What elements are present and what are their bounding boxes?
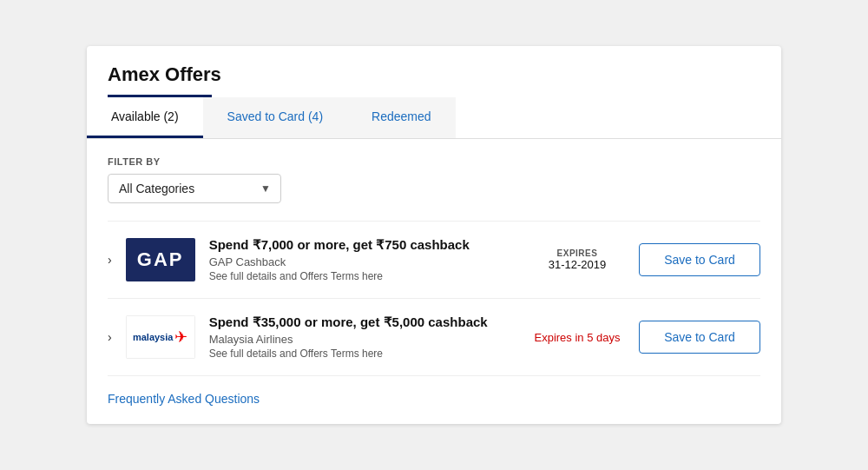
page-title: Amex Offers xyxy=(108,63,760,86)
header: Amex Offers xyxy=(87,46,781,97)
filter-label: FILTER BY xyxy=(108,156,760,167)
offer-title-gap: Spend ₹7,000 or more, get ₹750 cashback xyxy=(209,237,516,253)
tab-saved[interactable]: Saved to Card (4) xyxy=(203,97,348,138)
offer-row-gap: › GAP Spend ₹7,000 or more, get ₹750 cas… xyxy=(108,222,760,299)
offer-row-malaysia: › malaysia ✈ Spend ₹35,000 or more, get … xyxy=(108,299,760,376)
gap-logo: GAP xyxy=(126,238,195,281)
offer-title-malaysia: Spend ₹35,000 or more, get ₹5,000 cashba… xyxy=(209,314,516,330)
main-card: Amex Offers Available (2) Saved to Card … xyxy=(87,46,781,424)
tabs-bar: Available (2) Saved to Card (4) Redeemed xyxy=(87,97,781,139)
category-filter[interactable]: All Categories Travel Dining Shopping En… xyxy=(108,174,281,203)
offers-list: › GAP Spend ₹7,000 or more, get ₹750 cas… xyxy=(108,221,760,376)
save-to-card-button-malaysia[interactable]: Save to Card xyxy=(639,321,760,354)
offer-expiry-malaysia: Expires in 5 days xyxy=(529,331,625,344)
malaysia-wing-icon: ✈ xyxy=(174,328,187,347)
expand-icon-gap[interactable]: › xyxy=(108,253,112,267)
offer-terms-gap: See full details and Offers Terms here xyxy=(209,270,516,282)
malaysia-logo-inner: malaysia ✈ xyxy=(133,328,187,347)
save-to-card-button-gap[interactable]: Save to Card xyxy=(639,243,760,276)
brand-logo-gap: GAP xyxy=(126,238,195,281)
expand-icon-malaysia[interactable]: › xyxy=(108,330,112,344)
expiry-urgent-malaysia: Expires in 5 days xyxy=(529,331,625,344)
category-select[interactable]: All Categories Travel Dining Shopping En… xyxy=(108,174,281,203)
brand-logo-malaysia: malaysia ✈ xyxy=(126,315,195,359)
expiry-label-gap: EXPIRES xyxy=(529,248,625,258)
tab-redeemed[interactable]: Redeemed xyxy=(347,97,456,138)
tab-available[interactable]: Available (2) xyxy=(87,97,203,138)
gap-logo-text: GAP xyxy=(137,248,184,271)
offer-info-gap: Spend ₹7,000 or more, get ₹750 cashback … xyxy=(209,237,516,282)
offer-info-malaysia: Spend ₹35,000 or more, get ₹5,000 cashba… xyxy=(209,314,516,360)
offer-subtitle-gap: GAP Cashback xyxy=(209,255,516,268)
offer-terms-malaysia: See full details and Offers Terms here xyxy=(209,348,516,360)
offer-expiry-gap: EXPIRES 31-12-2019 xyxy=(529,248,625,271)
content-area: FILTER BY All Categories Travel Dining S… xyxy=(87,139,781,424)
offer-subtitle-malaysia: Malaysia Airlines xyxy=(209,333,516,346)
expiry-date-gap: 31-12-2019 xyxy=(529,258,625,271)
malaysia-logo-text: malaysia xyxy=(133,332,173,342)
faq-link[interactable]: Frequently Asked Questions xyxy=(108,392,260,406)
malaysia-logo: malaysia ✈ xyxy=(126,315,195,359)
